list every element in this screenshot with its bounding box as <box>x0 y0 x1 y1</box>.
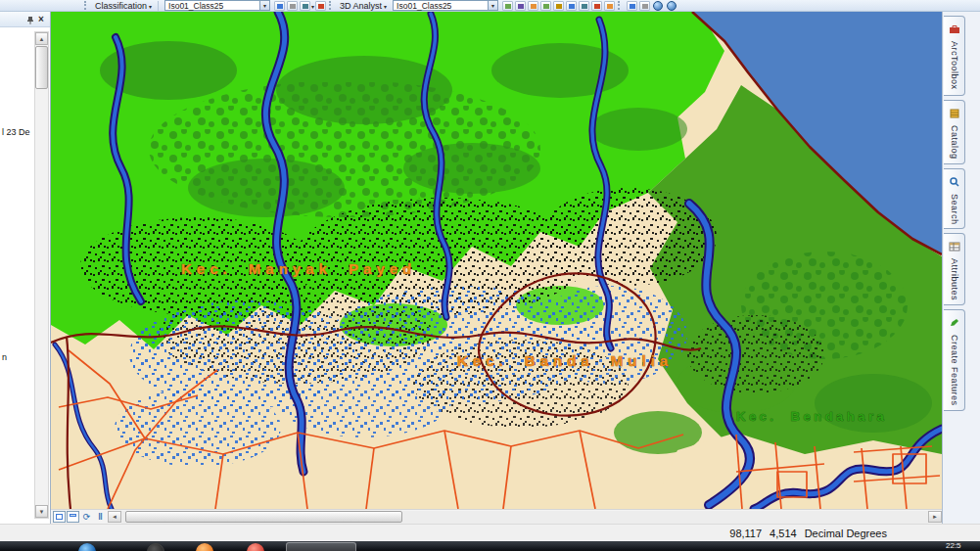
search-icon <box>949 173 960 191</box>
toolbar-icon[interactable] <box>502 1 513 11</box>
tab-label: Attributes <box>950 258 959 300</box>
taskbar-clock: 22:5 <box>946 541 961 550</box>
map-label-kec-manyak-payed: Kec. Manyak Payed <box>181 260 416 277</box>
attributes-table-icon <box>949 238 960 255</box>
layout-view-button[interactable] <box>67 511 79 523</box>
catalog-icon <box>949 105 960 122</box>
layer-label-fragment: n <box>2 352 7 362</box>
toolbar-icon[interactable] <box>627 1 637 11</box>
table-of-contents-panel: l 23 De n <box>0 12 51 524</box>
taskbar-active-app[interactable] <box>286 542 356 551</box>
toolbar-icon[interactable] <box>579 1 589 11</box>
globe-icon[interactable] <box>653 1 663 11</box>
scroll-up-icon[interactable] <box>35 32 48 45</box>
toolbar-icon[interactable] <box>604 1 615 11</box>
toc-vertical-scrollbar[interactable] <box>34 31 49 519</box>
map-view: Kec. Manyak Payed Kec. Banda Mulia Kec. … <box>51 12 942 509</box>
tab-create-features[interactable]: Create Features <box>944 309 965 411</box>
toolbar-icon[interactable] <box>528 1 538 11</box>
tab-arctoolbox[interactable]: ArcToolbox <box>944 16 965 96</box>
scroll-right-icon[interactable] <box>928 511 942 523</box>
pause-drawing-button[interactable] <box>94 511 107 523</box>
analyst-menu[interactable]: 3D Analyst <box>337 1 390 11</box>
close-icon[interactable] <box>38 15 47 24</box>
windows-taskbar: 22:5 <box>0 541 980 551</box>
chevron-down-icon[interactable] <box>488 1 497 10</box>
toolbar-icon[interactable] <box>300 1 310 11</box>
toolbar-icon[interactable] <box>639 1 650 11</box>
pencil-icon <box>949 314 960 332</box>
tab-label: Create Features <box>950 335 959 406</box>
layer-combobox-1[interactable]: Iso01_Class25 <box>164 0 270 11</box>
tab-attributes[interactable]: Attributes <box>944 233 965 305</box>
arctoolbox-icon <box>949 21 960 38</box>
toolbar-icon[interactable] <box>274 1 285 11</box>
map-horizontal-scrollbar[interactable] <box>121 511 928 524</box>
panel-header <box>0 12 50 27</box>
taskbar-app-icon[interactable] <box>247 543 264 551</box>
tab-search[interactable]: Search <box>944 168 965 230</box>
tab-label: Catalog <box>950 125 959 160</box>
layer-combobox-2-value: Iso01_Class25 <box>397 1 451 11</box>
data-view-button[interactable] <box>53 511 66 523</box>
top-toolbar: Classification Iso01_Class25 3D Analyst … <box>0 0 980 12</box>
chevron-down-icon <box>149 1 152 11</box>
tab-label: Search <box>950 194 959 225</box>
map-label-kec-banda-mulia: Kec. Banda Mulia <box>457 352 673 369</box>
taskbar-app-icon[interactable] <box>196 543 213 551</box>
toolbar-grip[interactable] <box>618 1 622 10</box>
layer-combobox-1-value: Iso01_Class25 <box>168 1 223 11</box>
toolbar-grip[interactable] <box>329 1 333 10</box>
coordinate-y: 4,514 <box>770 528 797 539</box>
tab-catalog[interactable]: Catalog <box>944 100 965 164</box>
scrollbar-thumb[interactable] <box>35 46 48 89</box>
start-button[interactable] <box>78 543 96 551</box>
chevron-down-icon <box>384 1 387 11</box>
toolbar-icon[interactable] <box>591 1 602 11</box>
coordinate-x: 98,117 <box>729 528 762 539</box>
map-scrollbar-row <box>51 509 942 524</box>
toolbar-icon[interactable] <box>515 1 526 11</box>
toolbar-icon[interactable] <box>566 1 577 11</box>
toolbar-icon[interactable] <box>540 1 551 11</box>
refresh-view-button[interactable] <box>80 511 93 523</box>
scrollbar-thumb[interactable] <box>125 511 402 523</box>
map-canvas[interactable]: Kec. Manyak Payed Kec. Banda Mulia Kec. … <box>51 12 942 509</box>
toolbar-grip[interactable] <box>84 1 88 10</box>
toolbar-icon[interactable] <box>315 1 326 11</box>
right-dock-strip: ArcToolbox Catalog Search Attributes Cre… <box>942 12 980 524</box>
chevron-down-icon[interactable] <box>259 1 269 10</box>
toolbar-icon[interactable] <box>287 1 298 11</box>
toolbar-icon[interactable] <box>553 1 564 11</box>
coordinate-units: Decimal Degrees <box>805 528 887 539</box>
taskbar-app-icon[interactable] <box>147 543 164 551</box>
layer-combobox-2[interactable]: Iso01_Class25 <box>393 0 498 11</box>
toolbar-separator <box>158 1 159 11</box>
status-bar: 98,117 4,514 Decimal Degrees <box>0 524 980 541</box>
map-label-kec-bendahara: Kec. Bendahara <box>736 409 887 424</box>
pin-icon[interactable] <box>26 11 34 28</box>
classification-label: Classification <box>95 1 147 11</box>
layer-label-fragment: l 23 De <box>2 127 30 137</box>
scroll-left-icon[interactable] <box>108 511 121 523</box>
chevron-down-icon[interactable] <box>311 1 314 11</box>
scroll-down-icon[interactable] <box>35 505 48 518</box>
classification-menu[interactable]: Classification <box>92 1 155 11</box>
help-icon[interactable] <box>667 1 677 11</box>
analyst-label: 3D Analyst <box>340 1 382 11</box>
tab-label: ArcToolbox <box>950 41 959 90</box>
